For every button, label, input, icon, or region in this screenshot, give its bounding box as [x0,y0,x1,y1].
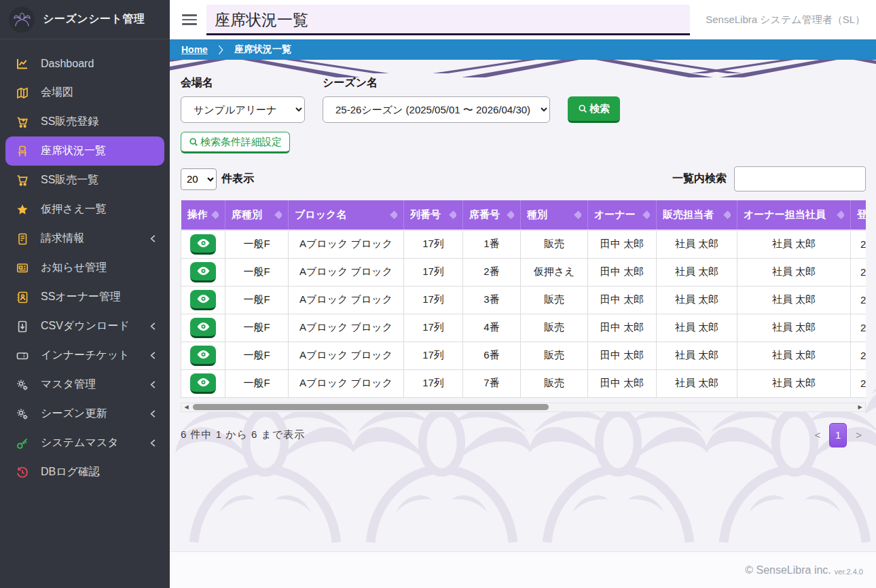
column-header-7[interactable]: オーナー [588,200,657,230]
sidebar-item-inner-ticket[interactable]: インナーチケット [0,341,170,370]
sidebar-menu: Dashboard会場図SS販売登録座席状況一覧SS販売一覧仮押さえ一覧請求情報… [0,39,170,487]
sort-icon [837,210,844,219]
cell-registered: 2 [851,342,866,369]
eye-icon [196,350,211,359]
view-detail-button[interactable] [190,234,216,255]
pagination-next[interactable]: > [856,429,862,441]
sidebar-item-hold-list[interactable]: 仮押さえ一覧 [0,195,170,224]
column-header-label: 席番号 [469,208,500,221]
sidebar-item-billing-info[interactable]: 請求情報 [0,224,170,253]
column-header-1[interactable]: 操作 [181,200,225,230]
chevron-right-icon [218,45,224,55]
view-detail-button[interactable] [190,373,216,394]
cell-sales-staff: 社員 太郎 [657,230,737,258]
main-area: 座席状況一覧 SenseLibra システム管理者（SL） Home 座席状況一… [170,0,876,588]
sidebar-item-label: DBログ確認 [41,465,100,479]
sidebar-item-season-update[interactable]: シーズン更新 [0,399,170,428]
view-detail-button[interactable] [190,262,216,282]
sidebar-item-label: マスタ管理 [41,378,96,392]
column-header-4[interactable]: 列番号 [404,200,463,230]
horizontal-scrollbar[interactable]: ◀ ▶ [181,403,866,412]
cell-type: 販売 [521,230,588,258]
cell-block: Aブロック ブロック [289,369,404,397]
cell-registered: 2 [851,230,866,258]
operation-cell [181,369,225,397]
sidebar-item-system-master[interactable]: システムマスタ [0,428,170,458]
cell-seat-type: 一般F [225,258,289,286]
sidebar-item-seat-status-list[interactable]: 座席状況一覧 [5,136,164,166]
table-row: 一般FAブロック ブロック17列1番販売田中 太郎社員 太郎社員 太郎2 [181,230,866,258]
sidebar-item-notice-management[interactable]: お知らせ管理 [0,253,170,282]
column-header-9[interactable]: オーナー担当社員 [737,200,851,230]
season-select[interactable]: 25-26シーズン (2025/05/01 〜 2026/04/30) [323,96,550,123]
cell-registered: 2 [851,258,866,286]
sort-icon [723,210,731,219]
venue-label: 会場名 [181,76,305,90]
sort-icon [211,210,219,219]
cell-registered: 2 [851,369,866,397]
sidebar-brand[interactable]: シーズンシート管理 [0,0,170,39]
scroll-left-icon[interactable]: ◀ [181,403,191,411]
venue-select[interactable]: サンプルアリーナ [181,96,305,123]
view-detail-button[interactable] [190,318,216,338]
sidebar-item-ss-sales-register[interactable]: SS販売登録 [0,107,170,136]
cell-sales-staff: 社員 太郎 [657,314,737,342]
history-icon [15,466,30,479]
column-header-3[interactable]: ブロック名 [289,200,404,230]
sidebar-item-master-management[interactable]: マスタ管理 [0,370,170,399]
page-size-select[interactable]: 20 [181,168,217,190]
page-size-suffix: 件表示 [221,172,254,186]
cell-row-no: 17列 [404,342,463,369]
list-search-input[interactable] [734,166,866,191]
sidebar-item-dashboard[interactable]: Dashboard [0,49,170,78]
cell-type: 販売 [521,286,588,314]
eye-icon [196,238,211,248]
cell-seat-type: 一般F [225,369,289,397]
chevron-left-icon [149,409,158,418]
operation-cell [181,286,225,314]
cell-row-no: 17列 [404,369,463,397]
pagination-page-1[interactable]: 1 [829,423,847,447]
search-button[interactable]: 検索 [568,96,620,123]
sidebar-item-ss-owner-management[interactable]: SSオーナー管理 [0,282,170,312]
seat-status-table-wrap: 操作席種別ブロック名列番号席番号種別オーナー販売担当者オーナー担当社員登 一般F… [181,200,866,398]
sidebar-item-label: システムマスタ [41,436,119,450]
column-header-2[interactable]: 席種別 [225,200,289,230]
chair-icon [15,145,30,158]
table-controls: 20 件表示 一覧内検索 [181,166,866,191]
cell-owner-staff: 社員 太郎 [737,314,851,342]
column-header-10[interactable]: 登 [851,200,866,230]
sidebar-item-venue-map[interactable]: 会場図 [0,78,170,107]
column-header-label: 販売担当者 [663,208,714,221]
scroll-right-icon[interactable]: ▶ [855,403,865,411]
invoice-icon [15,233,30,245]
sidebar-item-label: インナーチケット [41,348,130,363]
app-logo-icon [9,7,35,33]
column-header-8[interactable]: 販売担当者 [657,200,737,230]
column-header-label: オーナー担当社員 [744,208,826,221]
advanced-search-button[interactable]: 検索条件詳細設定 [181,132,290,153]
sidebar-item-ss-sales-list[interactable]: SS販売一覧 [0,166,170,195]
breadcrumb-home-link[interactable]: Home [181,44,208,55]
sort-icon [390,210,397,219]
cell-block: Aブロック ブロック [289,230,404,258]
cell-seat-type: 一般F [225,286,289,314]
cell-sales-staff: 社員 太郎 [657,258,737,286]
sidebar-item-csv-download[interactable]: CSVダウンロード [0,312,170,341]
cell-owner: 田中 太郎 [588,342,657,369]
scrollbar-thumb[interactable] [193,404,549,410]
ticket-icon [15,350,30,362]
chevron-left-icon [149,351,158,360]
pagination-prev[interactable]: < [814,429,820,441]
chevron-left-icon [149,439,158,447]
view-detail-button[interactable] [190,346,216,366]
sidebar-item-db-log[interactable]: DBログ確認 [0,458,170,487]
menu-toggle-icon[interactable] [182,14,197,25]
gears-icon [15,408,30,420]
column-header-5[interactable]: 席番号 [463,200,521,230]
cell-sales-staff: 社員 太郎 [657,369,737,397]
view-detail-button[interactable] [190,290,216,310]
cell-registered: 2 [851,286,866,314]
search-filters: 会場名 サンプルアリーナ シーズン名 25-26シーズン (2025/05/01… [181,76,866,123]
column-header-6[interactable]: 種別 [521,200,588,230]
